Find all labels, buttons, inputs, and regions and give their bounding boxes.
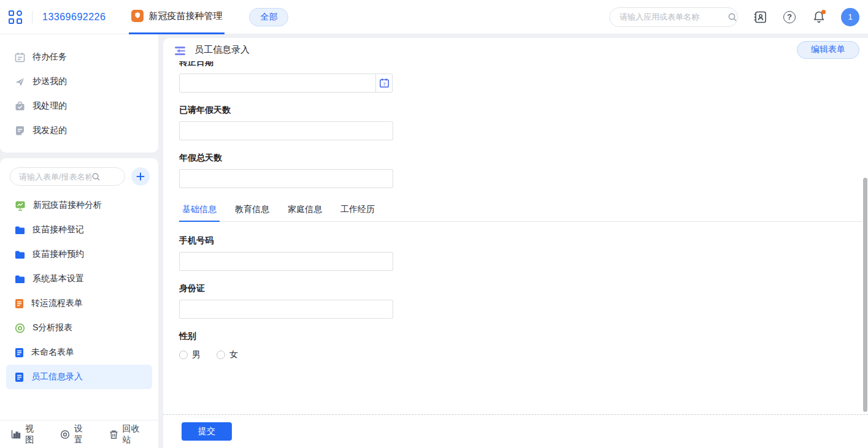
form-search-input[interactable] (19, 172, 91, 181)
tab-basic-info[interactable]: 基础信息 (179, 204, 220, 221)
mobile-phone-input[interactable] (179, 252, 393, 271)
leave-total-input[interactable] (179, 169, 393, 188)
footer-item-label: 视图 (25, 423, 42, 446)
main-content-card: 员工信息录入 编辑表单 转正日期 7 (163, 38, 868, 448)
tab-family-info[interactable]: 家庭信息 (285, 204, 325, 221)
sidebar-item-vaccine-appointment[interactable]: 疫苗接种预约 (0, 242, 158, 267)
sidebar-item-label: 我处理的 (33, 101, 67, 112)
field-id-card: 身份证 (179, 283, 393, 319)
form-scroll-area: 转正日期 7 已请年假天数 (163, 61, 868, 414)
tab-education-info[interactable]: 教育信息 (232, 204, 272, 221)
sidebar-item-todo-tasks[interactable]: 待办任务 (0, 45, 158, 69)
dashboard-icon (15, 200, 26, 211)
id-card-input[interactable] (179, 300, 393, 319)
sidebar-item-label: S分析报表 (33, 322, 72, 333)
sidebar-item-vaccine-analysis[interactable]: 新冠疫苗接种分析 (0, 193, 158, 218)
logo-circle (17, 10, 22, 16)
sidebar-item-cc-to-me[interactable]: 抄送我的 (0, 69, 158, 94)
views-button[interactable]: 视图 (11, 423, 42, 446)
sidebar-item-label: 系统基本设置 (33, 273, 84, 284)
all-apps-button[interactable]: 全部 (249, 8, 288, 26)
sidebar-search-row (0, 158, 158, 186)
vertical-scrollbar-thumb[interactable] (863, 178, 867, 412)
leave-used-input[interactable] (179, 121, 393, 140)
footer-item-label: 设置 (74, 423, 91, 446)
sidebar-item-unnamed-form[interactable]: 未命名表单 (0, 340, 158, 365)
sidebar-item-handled-by-me[interactable]: 我处理的 (0, 94, 158, 118)
sidebar-item-label: 转运流程表单 (31, 298, 83, 309)
divider (32, 11, 33, 23)
form-icon (15, 298, 24, 309)
sidebar-item-label: 待办任务 (33, 51, 67, 63)
logo-square (9, 10, 14, 16)
form-search-box[interactable] (10, 167, 125, 186)
field-label: 身份证 (179, 283, 393, 294)
contacts-book-icon[interactable] (753, 10, 767, 25)
folder-icon (15, 275, 25, 284)
settings-icon (60, 430, 70, 439)
folder-icon (15, 226, 25, 235)
field-confirm-date: 转正日期 7 (179, 61, 393, 93)
sidebar-item-system-settings[interactable]: 系统基本设置 (0, 267, 158, 291)
app-grid-logo-icon[interactable] (9, 10, 22, 24)
global-search-input[interactable] (620, 12, 728, 21)
app-tab-label: 新冠疫苗接种管理 (148, 10, 222, 22)
add-form-button[interactable] (131, 167, 150, 186)
sidebar-item-vaccine-registration[interactable]: 疫苗接种登记 (0, 218, 158, 242)
field-label: 年假总天数 (179, 153, 393, 164)
top-header-bar: 13369692226 新冠疫苗接种管理 全部 (0, 0, 868, 34)
global-search-box[interactable] (609, 7, 738, 27)
search-icon (728, 12, 737, 22)
field-label: 转正日期 (179, 61, 393, 68)
tab-work-experience[interactable]: 工作经历 (337, 204, 378, 221)
trash-icon (109, 430, 118, 439)
sidebar-item-employee-info-entry[interactable]: 员工信息录入 (6, 365, 152, 389)
field-mobile-phone: 手机号码 (179, 235, 393, 271)
sidebar-tasks-panel: 待办任务 抄送我的 我处理的 (0, 34, 158, 153)
sidebar-item-label: 未命名表单 (31, 347, 74, 358)
settings-button[interactable]: 设置 (60, 423, 91, 446)
document-edit-icon (15, 126, 25, 136)
logo-square (17, 18, 22, 24)
radio-label: 女 (229, 349, 238, 360)
briefcase-check-icon (15, 101, 25, 112)
notification-bell-icon[interactable] (812, 10, 826, 25)
submit-bar: 提交 (163, 414, 868, 448)
field-label: 已请年假天数 (179, 105, 393, 116)
field-leave-used: 已请年假天数 (179, 105, 393, 140)
field-label: 手机号码 (179, 235, 393, 246)
sidebar-item-label: 疫苗接种登记 (33, 224, 84, 235)
form-section-tabs: 基础信息 教育信息 家庭信息 工作经历 (179, 204, 862, 222)
account-phone-number[interactable]: 13369692226 (42, 12, 106, 23)
bar-chart-icon (11, 430, 21, 439)
folder-icon (15, 250, 25, 259)
submit-button[interactable]: 提交 (182, 422, 232, 441)
sidebar-item-label: 员工信息录入 (31, 371, 83, 382)
footer-item-label: 回收站 (123, 423, 147, 446)
form-page-header: 员工信息录入 编辑表单 (163, 38, 868, 61)
sidebar-item-transfer-flow-form[interactable]: 转运流程表单 (0, 291, 158, 316)
radio-icon[interactable] (217, 351, 225, 359)
user-avatar[interactable]: 1 (841, 8, 859, 26)
tab-app-vaccine-management[interactable]: 新冠疫苗接种管理 (129, 0, 225, 34)
svg-text:7: 7 (383, 82, 386, 87)
shield-app-icon (131, 10, 144, 22)
field-gender: 性别 男 女 (179, 331, 393, 360)
collapse-sidebar-icon[interactable] (175, 47, 185, 55)
date-picker-button[interactable]: 7 (375, 74, 393, 93)
recycle-bin-button[interactable]: 回收站 (109, 423, 147, 446)
sidebar-item-s-analysis-report[interactable]: S分析报表 (0, 316, 158, 340)
edit-form-button[interactable]: 编辑表单 (797, 41, 859, 59)
radio-icon[interactable] (179, 351, 188, 359)
app-window: 13369692226 新冠疫苗接种管理 全部 (0, 0, 868, 448)
gender-option-male[interactable]: 男 (179, 349, 201, 360)
confirm-date-input[interactable] (179, 74, 376, 93)
help-icon[interactable]: ? (782, 10, 797, 25)
gender-option-female[interactable]: 女 (217, 349, 238, 360)
field-leave-total: 年假总天数 (179, 153, 393, 188)
sidebar-nav-list: 新冠疫苗接种分析 疫苗接种登记 疫苗接种预约 (0, 193, 158, 389)
sidebar-forms-panel: 新冠疫苗接种分析 疫苗接种登记 疫苗接种预约 (0, 158, 158, 448)
notification-dot (821, 10, 826, 14)
sidebar-item-initiated-by-me[interactable]: 我发起的 (0, 118, 158, 143)
form-icon (15, 347, 24, 358)
